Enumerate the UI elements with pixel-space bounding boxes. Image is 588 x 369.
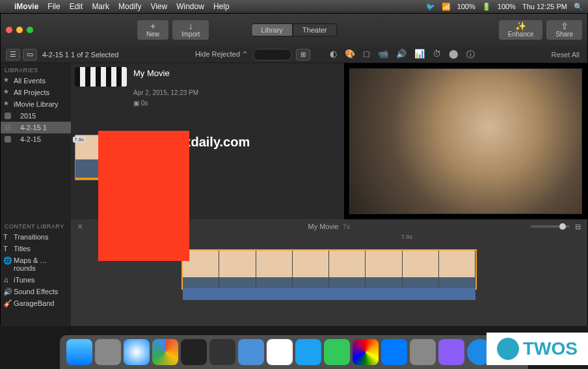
list-view-toggle[interactable]: ⊞ xyxy=(296,49,310,61)
movie-date: Apr 2, 2015, 12:23 PM xyxy=(133,89,198,96)
sidebar-item-2015[interactable]: 2015 xyxy=(1,110,71,122)
timeline-clip[interactable] xyxy=(181,249,477,290)
battery-icon[interactable]: 🔋 xyxy=(482,3,491,11)
dock-tweetbot[interactable] xyxy=(295,339,321,365)
sidebar-item-all-projects[interactable]: All Projects xyxy=(1,87,71,98)
dock-imovie[interactable] xyxy=(438,339,464,365)
plus-icon: + xyxy=(150,21,155,31)
libraries-sidebar: LIBRARIES All Events All Projects iMovie… xyxy=(1,63,71,219)
ruler-start: 0.0s xyxy=(106,234,117,240)
content-transitions[interactable]: TTransitions xyxy=(1,231,71,243)
twos-watermark: TWOS xyxy=(487,333,588,365)
crop-icon[interactable]: ◻ xyxy=(363,49,370,61)
dock-photos[interactable] xyxy=(353,339,379,365)
minimize-button[interactable] xyxy=(16,27,23,33)
dock-preview[interactable] xyxy=(238,339,264,365)
sidebar-item-4-2-15-1[interactable]: 4-2-15 1 xyxy=(1,122,71,133)
timeline-audio-track[interactable] xyxy=(183,288,475,300)
close-button[interactable] xyxy=(6,27,12,33)
app-menu[interactable]: iMovie xyxy=(14,2,38,11)
new-button[interactable]: +New xyxy=(137,20,168,40)
color-balance-icon[interactable]: ◐ xyxy=(330,49,337,61)
sidebar-toggle-right[interactable]: ▭ xyxy=(23,49,37,61)
film-strip-icon xyxy=(75,67,127,87)
twos-text: TWOS xyxy=(523,338,578,359)
movie-duration: ▣ 0s xyxy=(133,100,148,107)
clip-thumbnail[interactable]: 7.8s xyxy=(75,135,135,180)
project-label: 4-2-15 1 1 of 2 Selected xyxy=(42,51,118,59)
speed-icon[interactable]: ⏱ xyxy=(433,49,441,61)
menu-window[interactable]: Window xyxy=(176,2,204,11)
libraries-header: LIBRARIES xyxy=(1,66,71,75)
preview-viewer xyxy=(344,63,587,219)
zoom-button[interactable] xyxy=(27,27,33,33)
dock-appstore[interactable] xyxy=(381,339,407,365)
reset-all-button[interactable]: Reset All xyxy=(552,51,580,59)
tab-library[interactable]: Library xyxy=(251,23,293,36)
wifi-pct: 100% xyxy=(457,3,475,10)
down-arrow-icon: ↓ xyxy=(189,21,193,31)
color-correction-icon[interactable]: 🎨 xyxy=(345,49,355,61)
osxdaily-watermark: osxdaily.com xyxy=(168,135,250,150)
timeline-area: × My Movie 7s ⊟ 0.0s 7.8s xyxy=(71,219,587,326)
share-button[interactable]: ⇪Share xyxy=(546,20,582,40)
share-icon: ⇪ xyxy=(561,21,568,31)
stabilize-icon[interactable]: 📹 xyxy=(378,49,388,61)
tab-theater[interactable]: Theater xyxy=(293,23,337,36)
dock-app1[interactable] xyxy=(267,339,293,365)
dock-activity[interactable] xyxy=(209,339,235,365)
content-titles[interactable]: TTitles xyxy=(1,243,71,254)
lightbulb-icon xyxy=(497,338,519,360)
info-icon[interactable]: ⓘ xyxy=(466,49,475,61)
content-maps[interactable]: 🌐Maps & …rounds xyxy=(1,254,71,274)
window-controls xyxy=(6,27,33,33)
import-button[interactable]: ↓Import xyxy=(172,20,209,40)
dock-sysprefs[interactable] xyxy=(410,339,436,365)
window-titlebar: +New ↓Import Library Theater ✨Enhance ⇪S… xyxy=(1,14,587,46)
event-browser: My Movie Apr 2, 2015, 12:23 PM ▣ 0s 7.8s… xyxy=(71,63,344,219)
hide-rejected-dropdown[interactable]: Hide Rejected ⌃ xyxy=(195,50,248,59)
view-segmented-control: Library Theater xyxy=(251,23,337,36)
enhance-button[interactable]: ✨Enhance xyxy=(499,20,542,40)
sidebar-toggle-left[interactable]: ☰ xyxy=(6,49,20,61)
wifi-icon[interactable]: 📶 xyxy=(442,3,451,11)
volume-icon[interactable]: 🔊 xyxy=(396,49,407,61)
content-garageband[interactable]: 🎸GarageBand xyxy=(1,297,71,309)
clock: Thu 12:25 PM xyxy=(522,3,567,10)
filter-icon[interactable]: ⬤ xyxy=(449,49,459,61)
dock-terminal[interactable] xyxy=(181,339,207,365)
battery-pct: 100% xyxy=(498,3,516,10)
menu-modify[interactable]: Modify xyxy=(118,2,141,11)
content-sound-effects[interactable]: 🔊Sound Effects xyxy=(1,286,71,297)
sidebar-item-imovie-library[interactable]: iMovie Library xyxy=(1,98,71,110)
timeline-close-button[interactable]: × xyxy=(77,221,83,232)
twitter-icon[interactable]: 🐦 xyxy=(426,3,435,11)
menu-edit[interactable]: Edit xyxy=(70,2,83,11)
clip-duration-badge: 7.8s xyxy=(73,137,85,143)
dock-chrome[interactable] xyxy=(152,339,178,365)
sidebar-item-all-events[interactable]: All Events xyxy=(1,75,71,87)
sidebar-item-4-2-15[interactable]: 4-2-15 xyxy=(1,133,71,145)
menu-view[interactable]: View xyxy=(150,2,167,11)
mac-menubar: iMovie File Edit Mark Modify View Window… xyxy=(0,0,588,13)
noise-icon[interactable]: 📊 xyxy=(414,49,425,61)
preview-image[interactable] xyxy=(349,68,582,214)
content-itunes[interactable]: ♫iTunes xyxy=(1,274,71,286)
dock-messages[interactable] xyxy=(324,339,350,365)
menu-mark[interactable]: Mark xyxy=(92,2,109,11)
spotlight-icon[interactable]: 🔍 xyxy=(574,3,583,11)
dock-finder[interactable] xyxy=(66,339,92,365)
browser-toolbar: ☰ ▭ 4-2-15 1 1 of 2 Selected Hide Reject… xyxy=(1,46,587,63)
mac-dock xyxy=(60,335,528,369)
timeline-zoom-slider[interactable] xyxy=(531,225,570,228)
dock-safari[interactable] xyxy=(124,339,150,365)
timeline-settings-icon[interactable]: ⊟ xyxy=(575,223,581,231)
menu-help[interactable]: Help xyxy=(213,2,230,11)
timeline-ruler[interactable]: 0.0s 7.8s xyxy=(71,234,587,244)
menu-file[interactable]: File xyxy=(47,2,60,11)
search-input[interactable] xyxy=(253,49,292,61)
wand-icon: ✨ xyxy=(515,21,526,31)
timeline-title: My Movie 7s xyxy=(308,223,351,230)
content-library-header: CONTENT LIBRARY xyxy=(1,222,71,231)
dock-launchpad[interactable] xyxy=(95,339,121,365)
